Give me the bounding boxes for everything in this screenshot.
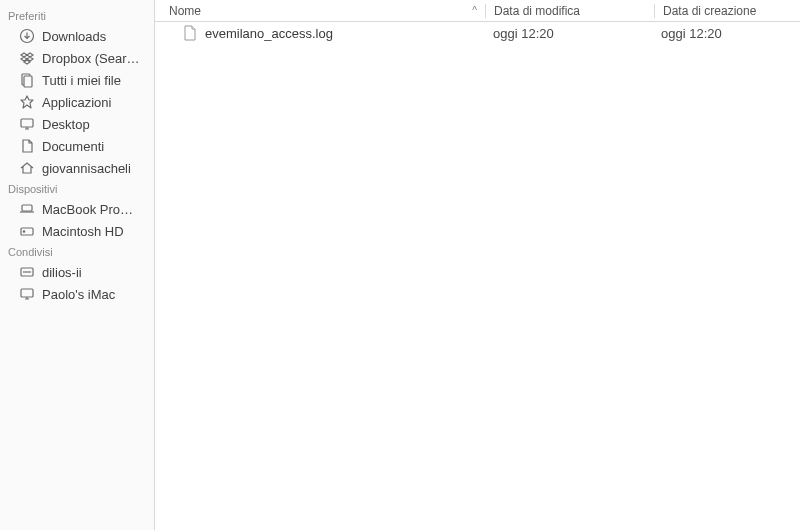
column-header-row: Nome ^ Data di modifica Data di creazion… [155,0,800,22]
column-header-name[interactable]: Nome ^ [155,0,485,21]
laptop-icon [18,200,36,218]
sidebar-item-desktop[interactable]: Desktop [0,113,154,135]
file-icon [183,25,197,41]
sidebar-item-label: Dropbox (Sear… [42,51,140,66]
sidebar-item-all-files[interactable]: Tutti i miei file [0,69,154,91]
sidebar: Preferiti Downloads Dropbox (Sear… Tutti… [0,0,155,530]
home-icon [18,159,36,177]
sidebar-item-macintosh-hd[interactable]: Macintosh HD [0,220,154,242]
file-modified: oggi 12:20 [485,26,653,41]
sidebar-item-macbook[interactable]: MacBook Pro… [0,198,154,220]
file-row[interactable]: evemilano_access.log oggi 12:20 oggi 12:… [155,22,800,44]
column-header-created[interactable]: Data di creazione [655,0,800,21]
sidebar-section-devices: Dispositivi [0,179,154,198]
sidebar-item-dilios[interactable]: dilios-ii [0,261,154,283]
documents-icon [18,137,36,155]
svg-rect-8 [21,289,33,297]
file-created: oggi 12:20 [653,26,800,41]
sidebar-item-label: MacBook Pro… [42,202,133,217]
sidebar-item-home[interactable]: giovannisacheli [0,157,154,179]
sidebar-item-label: Applicazioni [42,95,111,110]
all-files-icon [18,71,36,89]
sidebar-item-documents[interactable]: Documenti [0,135,154,157]
svg-rect-3 [21,119,33,127]
sidebar-item-applications[interactable]: Applicazioni [0,91,154,113]
column-header-label: Data di modifica [494,4,580,18]
finder-window: Preferiti Downloads Dropbox (Sear… Tutti… [0,0,800,530]
applications-icon [18,93,36,111]
sidebar-item-paolos-imac[interactable]: Paolo's iMac [0,283,154,305]
sidebar-section-shared: Condivisi [0,242,154,261]
svg-point-6 [23,231,24,232]
svg-rect-4 [22,205,32,211]
server-icon [18,263,36,281]
sidebar-item-label: dilios-ii [42,265,82,280]
dropbox-icon [18,49,36,67]
sidebar-item-label: Macintosh HD [42,224,124,239]
file-name-cell: evemilano_access.log [155,25,485,41]
imac-icon [18,285,36,303]
sidebar-item-label: Documenti [42,139,104,154]
column-header-label: Data di creazione [663,4,756,18]
file-rows: evemilano_access.log oggi 12:20 oggi 12:… [155,22,800,530]
file-list-pane: Nome ^ Data di modifica Data di creazion… [155,0,800,530]
sort-ascending-icon: ^ [472,5,477,16]
disk-icon [18,222,36,240]
desktop-icon [18,115,36,133]
sidebar-item-label: Downloads [42,29,106,44]
column-header-modified[interactable]: Data di modifica [486,0,654,21]
svg-rect-2 [24,76,32,87]
download-icon [18,27,36,45]
sidebar-section-favorites: Preferiti [0,6,154,25]
sidebar-item-label: giovannisacheli [42,161,131,176]
sidebar-item-label: Paolo's iMac [42,287,115,302]
file-name: evemilano_access.log [205,26,333,41]
sidebar-item-downloads[interactable]: Downloads [0,25,154,47]
sidebar-item-label: Tutti i miei file [42,73,121,88]
sidebar-item-dropbox[interactable]: Dropbox (Sear… [0,47,154,69]
sidebar-item-label: Desktop [42,117,90,132]
column-header-label: Nome [169,4,201,18]
